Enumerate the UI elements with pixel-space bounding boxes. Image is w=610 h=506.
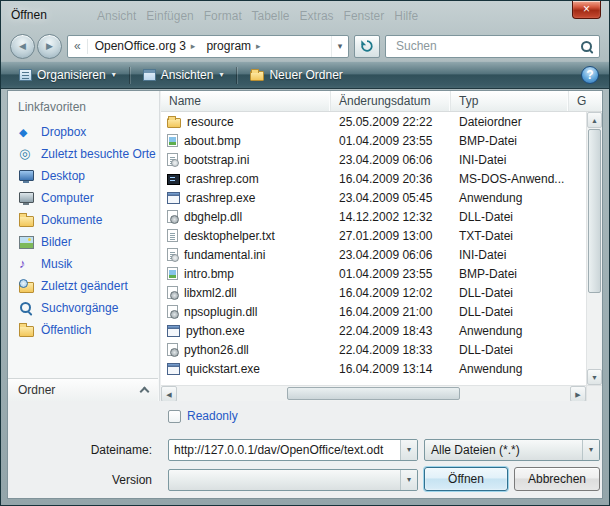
refresh-button[interactable] bbox=[354, 35, 380, 58]
column-header-size[interactable]: G bbox=[569, 91, 602, 111]
file-date: 22.04.2009 18:43 bbox=[331, 324, 451, 338]
back-arrow-icon bbox=[19, 42, 26, 51]
breadcrumb-item-program[interactable]: program bbox=[199, 36, 264, 57]
file-row[interactable]: fundamental.ini 23.04.2009 06:06 INI-Dat… bbox=[161, 245, 586, 264]
arrow-right-icon bbox=[575, 391, 580, 398]
window-title: Öffnen bbox=[11, 8, 47, 22]
address-dropdown-button[interactable] bbox=[331, 36, 348, 57]
sidebar-item-label: Musik bbox=[41, 257, 72, 271]
readonly-checkbox[interactable] bbox=[168, 410, 181, 423]
titlebar[interactable]: Öffnen Ansicht Einfügen Format Tabelle E… bbox=[1, 1, 609, 31]
filetype-dropdown-button[interactable] bbox=[582, 440, 599, 460]
organize-button[interactable]: Organisieren bbox=[11, 65, 124, 85]
ini-file-icon bbox=[167, 248, 178, 261]
search-input[interactable] bbox=[394, 38, 580, 54]
new-folder-icon bbox=[250, 71, 264, 81]
dropbox-icon bbox=[18, 125, 34, 139]
address-breadcrumb-bar[interactable]: OpenOffice.org 3 program bbox=[67, 35, 349, 58]
file-row[interactable]: python.exe 22.04.2009 18:43 Anwendung bbox=[161, 321, 586, 340]
column-header-type[interactable]: Typ bbox=[451, 91, 569, 111]
ini-file-icon bbox=[167, 153, 178, 166]
sidebar-item-label: Bilder bbox=[41, 235, 72, 249]
file-row[interactable]: resource 25.05.2009 22:22 Dateiordner bbox=[161, 112, 586, 131]
horizontal-scroll-track[interactable] bbox=[177, 386, 570, 401]
file-row[interactable]: desktophelper.txt 27.01.2009 13:00 TXT-D… bbox=[161, 226, 586, 245]
scroll-up-button[interactable] bbox=[587, 112, 602, 128]
file-row[interactable]: crashrep.com 16.04.2009 20:36 MS-DOS-Anw… bbox=[161, 169, 586, 188]
file-type: Anwendung bbox=[451, 362, 586, 376]
views-button[interactable]: Ansichten bbox=[135, 65, 232, 85]
sidebar-item-dropbox[interactable]: Dropbox bbox=[8, 121, 159, 143]
folders-expander[interactable]: Ordner bbox=[8, 378, 158, 401]
sidebar-item-recently-changed[interactable]: Zuletzt geändert bbox=[8, 275, 159, 297]
file-row[interactable]: npsoplugin.dll 16.04.2009 21:00 DLL-Date… bbox=[161, 302, 586, 321]
new-folder-label: Neuer Ordner bbox=[269, 68, 342, 82]
scroll-down-button[interactable] bbox=[587, 369, 602, 385]
horizontal-scroll-thumb[interactable] bbox=[287, 387, 460, 400]
file-row[interactable]: dbghelp.dll 14.12.2002 12:32 DLL-Datei bbox=[161, 207, 586, 226]
filename-combobox[interactable] bbox=[168, 439, 418, 461]
open-button[interactable]: Öffnen bbox=[424, 467, 508, 491]
file-row[interactable]: python26.dll 22.04.2009 18:33 DLL-Datei bbox=[161, 340, 586, 359]
toolbar-divider bbox=[129, 67, 130, 84]
views-icon bbox=[143, 69, 156, 81]
cancel-button[interactable]: Abbrechen bbox=[514, 467, 600, 491]
file-row[interactable]: crashrep.exe 23.04.2009 05:45 Anwendung bbox=[161, 188, 586, 207]
search-box[interactable] bbox=[385, 35, 600, 58]
help-button[interactable] bbox=[581, 66, 599, 84]
scroll-right-button[interactable] bbox=[570, 386, 586, 402]
filename-input[interactable] bbox=[169, 440, 400, 460]
file-name: crashrep.exe bbox=[186, 191, 255, 205]
breadcrumb-overflow-chevron[interactable] bbox=[68, 40, 87, 52]
sidebar-item-public[interactable]: Öffentlich bbox=[8, 319, 159, 341]
sidebar-item-desktop[interactable]: Desktop bbox=[8, 165, 159, 187]
file-name: quickstart.exe bbox=[186, 362, 260, 376]
scroll-left-button[interactable] bbox=[161, 386, 177, 402]
file-name: npsoplugin.dll bbox=[184, 305, 257, 319]
version-select[interactable] bbox=[168, 469, 418, 491]
file-row[interactable]: quickstart.exe 16.04.2009 13:14 Anwendun… bbox=[161, 359, 586, 378]
file-row[interactable]: bootstrap.ini 23.04.2009 06:06 INI-Datei bbox=[161, 150, 586, 169]
sidebar-item-recent-places[interactable]: Zuletzt besuchte Orte bbox=[8, 143, 159, 165]
column-header-name[interactable]: Name bbox=[161, 91, 331, 111]
file-name: intro.bmp bbox=[184, 267, 234, 281]
horizontal-scrollbar[interactable] bbox=[161, 385, 586, 401]
file-type: INI-Datei bbox=[451, 248, 586, 262]
organize-label: Organisieren bbox=[37, 68, 106, 82]
sidebar-item-searches[interactable]: Suchvorgänge bbox=[8, 297, 159, 319]
file-date: 16.04.2009 21:00 bbox=[331, 305, 451, 319]
breadcrumb-item-openoffice[interactable]: OpenOffice.org 3 bbox=[88, 36, 200, 57]
filename-dropdown-button[interactable] bbox=[400, 440, 417, 460]
chevron-down-icon bbox=[112, 71, 116, 79]
sidebar-item-music[interactable]: Musik bbox=[8, 253, 159, 275]
back-button[interactable] bbox=[10, 34, 35, 59]
file-row[interactable]: libxml2.dll 16.04.2009 12:02 DLL-Datei bbox=[161, 283, 586, 302]
sidebar-item-pictures[interactable]: Bilder bbox=[8, 231, 159, 253]
pictures-icon bbox=[18, 235, 34, 249]
file-rows: resource 25.05.2009 22:22 Dateiordner ab… bbox=[161, 112, 586, 385]
dialog-content: Linkfavoriten Dropbox Zuletzt besuchte O… bbox=[7, 90, 603, 499]
close-button[interactable] bbox=[572, 1, 601, 19]
vertical-scrollbar[interactable] bbox=[586, 112, 602, 385]
vertical-scroll-thumb[interactable] bbox=[588, 129, 601, 293]
new-folder-button[interactable]: Neuer Ordner bbox=[242, 65, 350, 85]
browse-area: Linkfavoriten Dropbox Zuletzt besuchte O… bbox=[8, 91, 602, 401]
forward-button[interactable] bbox=[37, 34, 62, 59]
file-date: 27.01.2009 13:00 bbox=[331, 229, 451, 243]
file-row[interactable]: intro.bmp 01.04.2009 23:55 BMP-Datei bbox=[161, 264, 586, 283]
column-header-date[interactable]: Änderungsdatum bbox=[331, 91, 451, 111]
version-dropdown-button[interactable] bbox=[400, 470, 417, 490]
readonly-option[interactable]: Readonly bbox=[168, 409, 238, 423]
application-file-icon bbox=[167, 325, 180, 337]
file-name: fundamental.ini bbox=[184, 248, 265, 262]
sidebar-item-label: Suchvorgänge bbox=[41, 301, 118, 315]
sidebar-item-documents[interactable]: Dokumente bbox=[8, 209, 159, 231]
file-row[interactable]: about.bmp 01.04.2009 23:55 BMP-Datei bbox=[161, 131, 586, 150]
list-header: Name Änderungsdatum Typ G bbox=[161, 91, 602, 112]
search-icon[interactable] bbox=[580, 40, 593, 53]
sidebar-item-computer[interactable]: Computer bbox=[8, 187, 159, 209]
breadcrumb-chevron-icon[interactable] bbox=[190, 42, 200, 51]
breadcrumb-chevron-icon[interactable] bbox=[255, 42, 265, 51]
filetype-select[interactable]: Alle Dateien (*.*) bbox=[424, 439, 600, 461]
sidebar-header: Linkfavoriten bbox=[8, 91, 159, 121]
